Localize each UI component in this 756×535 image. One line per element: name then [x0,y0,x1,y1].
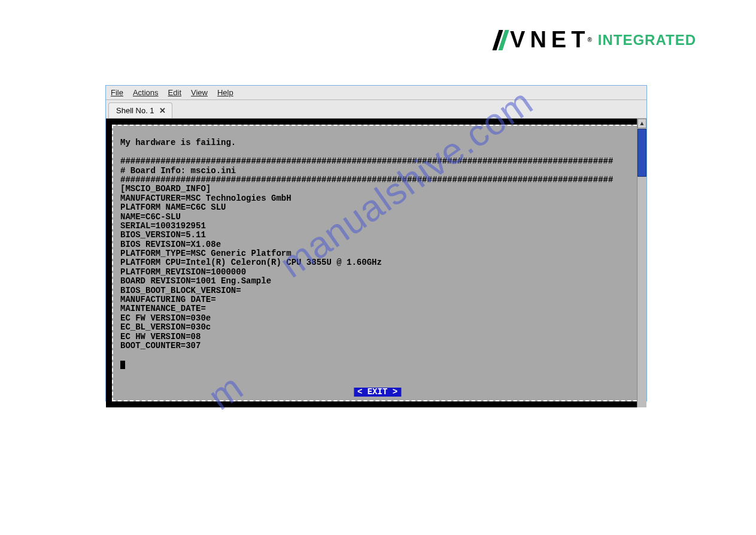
line-manufacturing-date: MANUFACTURING DATE= [120,295,216,304]
line-bios-boot-block: BIOS_BOOT_BLOCK_VERSION= [120,286,241,295]
menu-actions[interactable]: Actions [133,88,159,97]
line-platform-name: PLATFORM NAME=C6C SLU [120,202,226,212]
line-platform-revision: PLATFORM_REVISION=1000000 [120,267,246,277]
menu-file[interactable]: File [111,88,123,97]
line-platform-type: PLATFORM_TYPE=MSC Generic Platform [120,249,292,258]
line-ec-hw: EC HW VERSION=08 [120,332,201,341]
cursor-icon [120,361,125,369]
line-rule-1: ########################################… [120,156,613,166]
line-name: NAME=C6C-SLU [120,212,181,222]
line-rule-2: ########################################… [120,175,613,185]
line-ec-fw: EC FW VERSION=030e [120,313,211,323]
line-serial: SERIAL=1003192951 [120,221,206,231]
line-bios-revision: BIOS REVISION=X1.08e [120,240,221,249]
tabbar: Shell No. 1 ✕ [106,100,646,119]
line-manufacturer: MANUFACTURER=MSC Technologies GmbH [120,194,292,203]
avnet-wordmark: VNET ® [494,27,592,53]
terminal-pane[interactable]: My hardware is failing. ################… [112,125,643,401]
menu-view[interactable]: View [191,88,208,97]
menu-help[interactable]: Help [217,88,233,97]
terminal-window: File Actions Edit View Help Shell No. 1 … [105,85,647,401]
avnet-slash-icon [494,30,508,50]
line-comment: # Board Info: mscio.ini [120,166,236,176]
integrated-text: INTEGRATED [598,32,696,49]
line-boot-counter: BOOT_COUNTER=307 [120,341,201,350]
line-platform-cpu: PLATFORM CPU=Intel(R) Celeron(R) CPU 385… [120,258,382,267]
close-icon[interactable]: ✕ [159,106,166,115]
line-title: My hardware is failing. [120,138,236,147]
scroll-thumb[interactable] [637,129,646,177]
exit-button[interactable]: < EXIT > [354,388,401,397]
scroll-up-icon[interactable]: ▲ [637,119,646,128]
tab-label: Shell No. 1 [116,106,154,115]
scrollbar[interactable]: ▲ [637,119,646,407]
brand-logo: VNET ® INTEGRATED [494,27,696,53]
menubar: File Actions Edit View Help [106,86,646,100]
terminal-content: My hardware is failing. ################… [120,138,634,369]
line-ec-bl: EC_BL_VERSION=030c [120,322,211,332]
line-section: [MSCIO_BOARD_INFO] [120,184,211,194]
registered-mark: ® [587,37,591,43]
terminal-viewport: My hardware is failing. ################… [106,119,646,407]
avnet-text: VNET [510,27,590,53]
line-board-revision: BOARD REVISION=1001 Eng.Sample [120,276,271,286]
line-bios-version: BIOS_VERSION=5.11 [120,230,206,240]
line-maintenance-date: MAINTENANCE_DATE= [120,304,206,313]
tab-shell-1[interactable]: Shell No. 1 ✕ [108,102,172,118]
menu-edit[interactable]: Edit [168,88,181,97]
